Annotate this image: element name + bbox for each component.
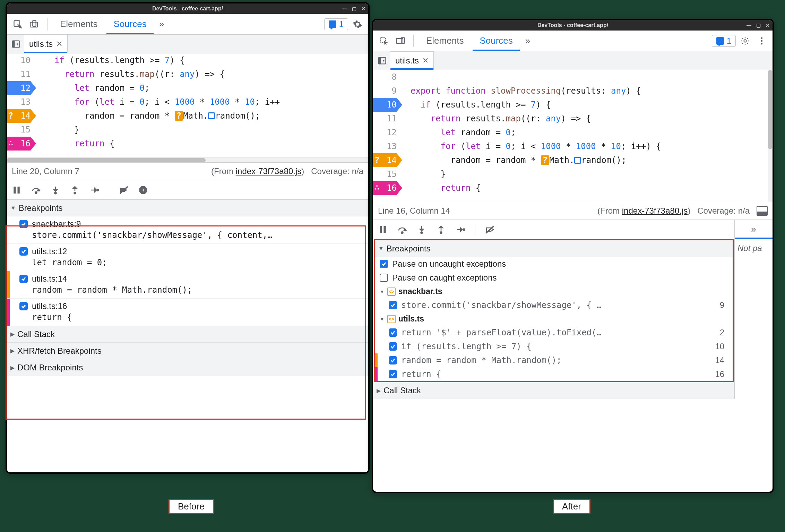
pause-icon[interactable] (10, 184, 23, 196)
maximize-icon[interactable]: ▢ (756, 23, 761, 28)
checkbox-checked-icon[interactable] (380, 260, 388, 268)
breakpoint-item[interactable]: store.commit('snackbar/showMessage', { …… (375, 298, 733, 312)
checkbox-checked-icon[interactable] (19, 302, 28, 310)
tab-sources[interactable]: Sources (473, 31, 519, 51)
close-tab-icon[interactable]: ✕ (422, 56, 429, 65)
line-number[interactable]: 11 (373, 112, 397, 126)
pause-uncaught-option[interactable]: Pause on uncaught exceptions (375, 257, 733, 271)
code-line[interactable] (411, 70, 661, 84)
code-editor[interactable]: 10111213?1415∴16 if (results.length >= 7… (7, 53, 368, 157)
code-editor[interactable]: 8910111213?1415∴16 export function slowP… (373, 70, 773, 202)
code-line[interactable]: } (411, 167, 661, 181)
titlebar[interactable]: DevTools - coffee-cart.app/ — ▢ ✕ (373, 20, 773, 31)
close-icon[interactable]: ✕ (766, 23, 770, 28)
breakpoints-header[interactable]: ▼ Breakpoints (7, 200, 368, 216)
close-tab-icon[interactable]: ✕ (56, 40, 62, 49)
tab-elements[interactable]: Elements (419, 31, 471, 51)
maximize-icon[interactable]: ▢ (352, 6, 356, 11)
close-icon[interactable]: ✕ (361, 6, 365, 11)
breakpoint-file-group[interactable]: ▼<>utils.ts (375, 312, 733, 326)
line-number[interactable]: 11 (7, 67, 31, 81)
navigator-toggle-icon[interactable] (9, 37, 23, 51)
device-icon[interactable] (393, 34, 408, 48)
breakpoint-item[interactable]: return {16 (375, 367, 733, 381)
titlebar[interactable]: DevTools - coffee-cart.app/ — ▢ ✕ (7, 3, 368, 14)
issues-badge[interactable]: 1 (712, 35, 736, 47)
code-line[interactable]: let random = 0; (411, 126, 661, 139)
checkbox-checked-icon[interactable] (19, 275, 28, 283)
line-number[interactable]: ?14 (7, 109, 31, 123)
pause-caught-option[interactable]: Pause on caught exceptions (375, 271, 733, 285)
checkbox-checked-icon[interactable] (389, 342, 397, 351)
issues-badge[interactable]: 1 (324, 18, 348, 30)
breakpoint-item[interactable]: snackbar.ts:9store.commit('snackbar/show… (7, 216, 368, 244)
file-tab-utils[interactable]: utils.ts ✕ (390, 51, 434, 70)
code-line[interactable]: return { (44, 137, 280, 151)
minimize-icon[interactable]: — (342, 6, 347, 11)
device-icon[interactable] (27, 17, 42, 32)
breakpoint-item[interactable]: utils.ts:12let random = 0; (7, 244, 368, 271)
step-icon[interactable] (454, 223, 467, 236)
step-out-icon[interactable] (69, 184, 81, 196)
more-menu-icon[interactable] (754, 34, 769, 48)
callstack-header[interactable]: ▶ Call Stack (7, 326, 368, 343)
checkbox-checked-icon[interactable] (389, 301, 397, 309)
source-file-link[interactable]: index-73f73a80.js (236, 166, 301, 176)
tab-elements[interactable]: Elements (53, 14, 104, 34)
code-line[interactable]: for (let i = 0; i < 1000 * 1000 * 10; i+… (44, 95, 280, 109)
source-file-link[interactable]: index-73f73a80.js (622, 206, 688, 215)
step-out-icon[interactable] (435, 223, 447, 236)
checkbox-checked-icon[interactable] (19, 247, 28, 256)
code-line[interactable]: let random = 0; (44, 81, 280, 95)
code-line[interactable]: return results.map((r: any) => { (44, 67, 280, 81)
settings-icon[interactable] (350, 17, 365, 32)
line-number[interactable]: 15 (7, 123, 31, 137)
breakpoint-item[interactable]: random = random * Math.random();14 (375, 353, 733, 367)
callstack-header[interactable]: ▶ Call Stack (373, 382, 734, 399)
breakpoint-item[interactable]: utils.ts:14random = random * Math.random… (7, 271, 368, 299)
line-number[interactable]: 10 (7, 53, 31, 67)
line-number[interactable]: 13 (7, 95, 31, 109)
file-tab-utils[interactable]: utils.ts ✕ (24, 35, 68, 53)
step-icon[interactable] (88, 184, 101, 196)
line-number[interactable]: 15 (373, 167, 397, 181)
breakpoints-header[interactable]: ▼ Breakpoints (375, 240, 733, 257)
xhr-breakpoints-header[interactable]: ▶ XHR/fetch Breakpoints (7, 343, 368, 359)
step-into-icon[interactable] (415, 223, 428, 236)
pause-icon[interactable] (377, 223, 389, 236)
code-line[interactable]: return { (411, 181, 661, 195)
checkbox-checked-icon[interactable] (19, 220, 28, 228)
inspect-icon[interactable] (377, 34, 391, 48)
code-line[interactable]: } (44, 123, 280, 137)
settings-icon[interactable] (738, 34, 752, 48)
step-into-icon[interactable] (49, 184, 62, 196)
code-line[interactable]: random = random * ?Math.random(); (411, 153, 661, 167)
more-tabs-icon[interactable]: » (522, 35, 534, 46)
more-tabs-icon[interactable]: » (156, 19, 167, 29)
checkbox-checked-icon[interactable] (389, 328, 397, 337)
checkbox-checked-icon[interactable] (389, 356, 397, 364)
tab-sources[interactable]: Sources (106, 14, 153, 34)
deactivate-breakpoints-icon[interactable] (118, 184, 130, 196)
minimize-icon[interactable]: — (747, 23, 751, 28)
line-number[interactable]: 9 (373, 84, 397, 98)
line-number[interactable]: ?14 (373, 153, 397, 167)
navigator-toggle-icon[interactable] (375, 54, 389, 68)
breakpoint-item[interactable]: utils.ts:16return { (7, 299, 368, 326)
breakpoint-item[interactable]: return '$' + parseFloat(value).toFixed(…… (375, 326, 733, 340)
step-over-icon[interactable] (30, 184, 42, 196)
code-line[interactable]: for (let i = 0; i < 1000 * 1000 * 10; i+… (411, 139, 661, 153)
line-number[interactable]: 8 (373, 70, 397, 84)
line-number[interactable]: 13 (373, 139, 397, 153)
line-number[interactable]: ∴16 (7, 137, 31, 151)
line-number[interactable]: 12 (7, 81, 31, 95)
horizontal-scrollbar[interactable] (7, 157, 368, 162)
code-line[interactable]: return results.map((r: any) => { (411, 112, 661, 126)
deactivate-breakpoints-icon[interactable] (484, 223, 496, 236)
breakpoint-item[interactable]: if (results.length >= 7) {10 (375, 340, 733, 353)
breakpoint-file-group[interactable]: ▼<>snackbar.ts (375, 285, 733, 298)
code-line[interactable]: if (results.length >= 7) { (44, 53, 280, 67)
code-line[interactable]: export function slowProcessing(results: … (411, 84, 661, 98)
dock-side-icon[interactable] (757, 206, 768, 216)
sidebar-more-icon[interactable]: » (735, 220, 773, 239)
